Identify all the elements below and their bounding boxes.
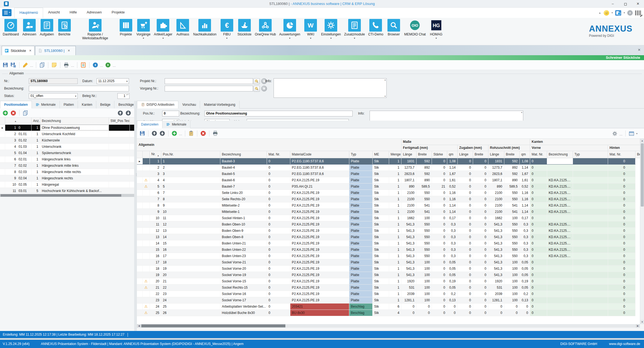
cell[interactable]: 0 bbox=[457, 183, 473, 190]
cell[interactable]: 0 bbox=[530, 177, 547, 183]
cell[interactable]: 0 bbox=[608, 215, 635, 221]
cell[interactable]: 0 bbox=[504, 303, 519, 310]
part-row[interactable]: 1213Boden Oben-90P2.KA.2125.PE.19PlatteS… bbox=[137, 227, 640, 234]
cell[interactable]: 0 bbox=[267, 240, 290, 246]
menu-adressen[interactable]: Adressen bbox=[82, 8, 107, 18]
cell[interactable]: Stk bbox=[372, 190, 389, 196]
cell-pos[interactable]: 1103.01 bbox=[5, 188, 31, 194]
cell[interactable]: 0 bbox=[530, 265, 547, 272]
cell-pos[interactable]: 201.01 bbox=[5, 131, 31, 137]
cell[interactable]: Sockel Vorne-16 bbox=[220, 291, 267, 297]
cell[interactable]: 0 bbox=[473, 278, 488, 284]
cell[interactable]: 0 bbox=[473, 221, 488, 227]
cell-anz[interactable]: 1 bbox=[31, 143, 40, 150]
cell[interactable]: 0 bbox=[267, 227, 290, 234]
cell[interactable]: 0 bbox=[432, 227, 447, 234]
nav-forward-icon[interactable] bbox=[105, 62, 111, 68]
cell[interactable]: 0 bbox=[608, 196, 635, 202]
cell[interactable]: 0 bbox=[267, 221, 290, 227]
cell[interactable]: 1920 bbox=[401, 278, 416, 284]
cell[interactable]: 0 bbox=[267, 208, 290, 215]
cell[interactable]: 0 bbox=[457, 158, 473, 164]
cell[interactable]: 0,3 bbox=[519, 221, 530, 227]
edit-pencil-icon[interactable] bbox=[22, 62, 29, 68]
cell[interactable]: 550 bbox=[504, 190, 519, 196]
status-field[interactable]: 01_offen bbox=[29, 93, 78, 99]
chevron-down-icon[interactable]: ▼ bbox=[303, 37, 318, 40]
cell[interactable]: 0 bbox=[432, 234, 447, 240]
cell[interactable]: 541,3 bbox=[401, 259, 416, 265]
cell[interactable]: Platte bbox=[349, 164, 372, 171]
cell[interactable]: Platte bbox=[349, 208, 372, 215]
save-all-icon[interactable] bbox=[10, 62, 16, 68]
cell[interactable]: Seite Rechts-20 bbox=[220, 196, 267, 202]
cell[interactable] bbox=[573, 215, 608, 221]
cell[interactable]: 9 bbox=[161, 202, 220, 208]
cell[interactable]: 550 bbox=[416, 227, 432, 234]
cell[interactable]: Platte bbox=[349, 291, 372, 297]
cell[interactable]: 0 bbox=[457, 240, 473, 246]
cell[interactable]: 0 bbox=[530, 272, 547, 278]
cell[interactable]: P2.KA.2125.PE.19 bbox=[290, 190, 349, 196]
cell[interactable]: 541,3 bbox=[401, 221, 416, 227]
vorgang-field[interactable] bbox=[165, 86, 253, 91]
collapse-ribbon-icon[interactable]: ▲ bbox=[598, 11, 601, 14]
cell[interactable]: Platte bbox=[349, 158, 372, 164]
cell[interactable]: 541 bbox=[416, 202, 432, 208]
cell[interactable]: 0 bbox=[432, 221, 447, 227]
cell[interactable]: 0 bbox=[473, 259, 488, 265]
cell[interactable]: 100 bbox=[416, 272, 432, 278]
cell[interactable]: Seite Links-20 bbox=[220, 190, 267, 196]
tab-material-vorbelegung[interactable]: Material-Vorbelegung bbox=[200, 101, 239, 108]
cell[interactable] bbox=[573, 310, 608, 316]
cell[interactable]: 550 bbox=[504, 221, 519, 227]
cell[interactable]: 0 bbox=[608, 265, 635, 272]
cell[interactable]: 0 bbox=[267, 196, 290, 202]
cell[interactable]: 0 bbox=[530, 234, 547, 240]
tab-close-icon[interactable]: ✕ bbox=[68, 49, 70, 52]
cell[interactable]: 0 bbox=[432, 240, 447, 246]
cell[interactable]: 16 bbox=[150, 253, 161, 259]
cell[interactable]: 0 bbox=[416, 310, 432, 316]
cell[interactable]: 0 bbox=[530, 253, 547, 259]
bezeichnung-field[interactable] bbox=[29, 86, 129, 91]
cell-swpos[interactable] bbox=[109, 143, 130, 150]
cell[interactable]: 100 bbox=[416, 259, 432, 265]
cell[interactable]: 0 bbox=[608, 278, 635, 284]
cell[interactable]: 0 bbox=[488, 303, 504, 310]
cell[interactable]: 14 bbox=[161, 234, 220, 240]
part-row[interactable]: 1819Sockel Vorne-200P2.KA.2125.PE.19Plat… bbox=[137, 265, 640, 272]
cell[interactable]: 7 bbox=[150, 196, 161, 202]
cell[interactable]: 0 bbox=[530, 240, 547, 246]
cell[interactable]: Bauteil-6 bbox=[220, 177, 267, 183]
cell[interactable]: 0 bbox=[530, 291, 547, 297]
col-header-menge[interactable]: Menge bbox=[389, 151, 401, 158]
cell[interactable]: 541,3 bbox=[401, 246, 416, 253]
cell[interactable]: 0,3 bbox=[447, 234, 457, 240]
part-row[interactable]: ⚠44Bauteil-60P2.KA.2125.PE.19PlatteStk11… bbox=[137, 177, 640, 183]
col-header-bezeichnung[interactable]: Bezeichnung bbox=[40, 118, 109, 124]
cell[interactable]: 0 bbox=[457, 278, 473, 284]
cell[interactable]: 0 bbox=[488, 310, 504, 316]
cell[interactable]: 589,5 bbox=[416, 183, 432, 190]
cell[interactable]: 0 bbox=[530, 215, 547, 221]
cell[interactable]: 550 bbox=[416, 240, 432, 246]
part-row[interactable]: ▸ 11Bauteil-30P2.EG.1180.ST37.8,6PlatteS… bbox=[137, 158, 640, 164]
cell[interactable]: Stk bbox=[372, 297, 389, 303]
col-header-anz[interactable]: Anz. bbox=[31, 118, 40, 124]
cell[interactable]: 0 bbox=[530, 190, 547, 196]
col-header-länge[interactable]: Länge bbox=[401, 151, 416, 158]
cell[interactable]: 0 bbox=[267, 183, 290, 190]
cell[interactable]: 0,3 bbox=[447, 240, 457, 246]
cell[interactable]: 0 bbox=[432, 284, 447, 291]
cell[interactable]: 0 bbox=[519, 303, 530, 310]
position-row[interactable]: 802.03 1 Hängeschrank mitte rechts bbox=[0, 169, 134, 175]
cell[interactable]: KD.KA.2125.... bbox=[547, 208, 573, 215]
parts-hscrollbar[interactable]: ◀▶ bbox=[137, 324, 640, 328]
cell[interactable] bbox=[573, 202, 608, 208]
cell[interactable]: 1 bbox=[150, 158, 161, 164]
cell[interactable]: 0 bbox=[473, 215, 488, 221]
cell[interactable]: 0 bbox=[608, 190, 635, 196]
cell-swpos[interactable] bbox=[109, 169, 130, 175]
cell[interactable]: Bauteil-7 bbox=[220, 183, 267, 190]
